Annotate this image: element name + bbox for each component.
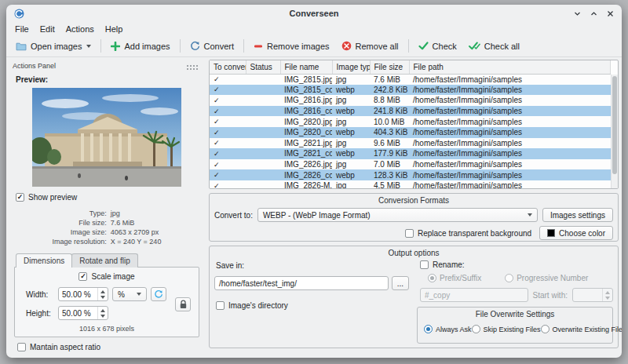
show-preview-checkbox[interactable]: Show preview bbox=[16, 193, 199, 202]
close-button[interactable] bbox=[607, 10, 614, 17]
table-scrollbar[interactable] bbox=[611, 75, 618, 188]
width-spinner[interactable]: 50.00 % bbox=[58, 287, 108, 301]
add-images-button[interactable]: Add images bbox=[105, 38, 175, 54]
row-imagetype: webp bbox=[332, 106, 370, 117]
col-file-path[interactable]: File path bbox=[409, 60, 611, 74]
maximize-button[interactable] bbox=[590, 10, 597, 17]
col-file-name[interactable]: File name bbox=[280, 60, 332, 74]
toolbar: Open images Add images Convert Remove im… bbox=[6, 35, 622, 57]
info-label: Type: bbox=[53, 209, 107, 217]
radio-checked-icon bbox=[424, 325, 433, 333]
prefix-suffix-radio[interactable]: Prefix/Suffix bbox=[428, 274, 481, 282]
table-row[interactable]: ✓IMG_2826.jpgjpg7.0 MiB/home/faster/Imma… bbox=[210, 159, 611, 170]
info-value: jpg bbox=[111, 209, 162, 217]
row-status bbox=[246, 138, 280, 149]
conversion-formats-group: Conversion Formats Convert to: WEBP - (W… bbox=[209, 193, 619, 242]
menu-file[interactable]: File bbox=[10, 24, 34, 35]
file-table: To convert Status File name Image type F… bbox=[209, 60, 619, 189]
tab-dimensions[interactable]: Dimensions bbox=[16, 253, 72, 268]
skip-existing-radio[interactable]: Skip Existing Files bbox=[472, 325, 541, 333]
row-filepath: /home/faster/Immagini/samples bbox=[409, 180, 611, 189]
table-row[interactable]: ✓IMG_2826_co...webp128.3 KiB/home/faster… bbox=[210, 169, 611, 180]
refresh-icon bbox=[154, 289, 163, 299]
checkbox-unchecked-icon bbox=[420, 260, 429, 269]
row-status bbox=[246, 95, 280, 106]
row-check: ✓ bbox=[210, 74, 246, 85]
image-info: Type: jpg File size: 7.6 MiB Image size:… bbox=[53, 209, 162, 246]
menubar: File Edit Actions Help bbox=[6, 22, 622, 35]
col-to-convert[interactable]: To convert bbox=[210, 60, 246, 74]
progressive-number-radio[interactable]: Progressive Number bbox=[505, 274, 588, 282]
main-area: Actions Panel Preview: bbox=[6, 57, 622, 350]
always-ask-radio[interactable]: Always Ask bbox=[424, 325, 472, 333]
spinner-arrows-icon[interactable] bbox=[97, 307, 108, 319]
tab-rotate-flip[interactable]: Rotate and flip bbox=[71, 253, 138, 268]
info-label: Image resolution: bbox=[53, 238, 107, 246]
replace-background-checkbox[interactable]: Replace transparent background bbox=[405, 229, 531, 238]
spinner-arrows-icon[interactable] bbox=[97, 288, 108, 300]
chevron-down-icon bbox=[528, 213, 532, 217]
table-row[interactable]: ✓IMG_2826-M...jpg4.5 MiB/home/faster/Imm… bbox=[210, 180, 611, 189]
rename-checkbox[interactable]: Rename: bbox=[420, 260, 613, 269]
row-filepath: /home/faster/Immagini/samples bbox=[409, 127, 611, 138]
save-path-input[interactable]: /home/faster/test_img/ bbox=[214, 276, 389, 290]
format-select[interactable]: WEBP - (WebP Image Format) bbox=[257, 208, 538, 222]
scale-image-checkbox[interactable]: Scale image bbox=[20, 272, 194, 281]
row-check: ✓ bbox=[210, 138, 246, 149]
row-filepath: /home/faster/Immagini/samples bbox=[409, 116, 611, 127]
row-filesize: 9.6 MiB bbox=[370, 138, 409, 149]
lock-icon bbox=[179, 300, 188, 309]
row-status bbox=[246, 159, 280, 170]
table-row[interactable]: ✓IMG_2820_co...webp404.3 KiB/home/faster… bbox=[210, 127, 611, 138]
result-pixels-label: 1016 x 678 pixels bbox=[20, 325, 194, 333]
titlebar[interactable]: Converseen bbox=[6, 5, 622, 22]
table-row[interactable]: ✓IMG_2820.jpgjpg10.0 MiB/home/faster/Imm… bbox=[210, 116, 611, 127]
row-check: ✓ bbox=[210, 95, 246, 106]
choose-color-button[interactable]: Choose color bbox=[539, 226, 613, 240]
browse-button[interactable]: ... bbox=[392, 276, 409, 290]
refresh-button[interactable] bbox=[151, 287, 166, 301]
row-imagetype: webp bbox=[332, 148, 370, 159]
check-all-icon bbox=[469, 42, 480, 50]
open-images-button[interactable]: Open images bbox=[10, 38, 97, 54]
check-button[interactable]: Check bbox=[413, 38, 462, 54]
images-directory-checkbox[interactable]: Image's directory bbox=[216, 301, 409, 310]
convert-button[interactable]: Convert bbox=[184, 38, 240, 54]
row-filename: IMG_2815_co... bbox=[280, 85, 332, 96]
dropdown-arrow-icon bbox=[86, 45, 91, 48]
table-row[interactable]: ✓IMG_2821.jpgjpg9.6 MiB/home/faster/Imma… bbox=[210, 138, 611, 149]
col-image-type[interactable]: Image type bbox=[332, 60, 370, 74]
menu-actions[interactable]: Actions bbox=[61, 24, 99, 35]
images-settings-button[interactable]: Images settings bbox=[542, 208, 613, 222]
table-row[interactable]: ✓IMG_2815.jpgjpg7.6 MiB/home/faster/Imma… bbox=[210, 74, 611, 85]
info-label: Image size: bbox=[53, 228, 107, 236]
row-filesize: 177.9 KiB bbox=[370, 148, 409, 159]
col-status[interactable]: Status bbox=[246, 60, 280, 74]
overwrite-existing-radio[interactable]: Overwrite Existing Files bbox=[541, 325, 622, 333]
unit-select[interactable]: % bbox=[112, 287, 147, 301]
height-spinner[interactable]: 50.00 % bbox=[58, 306, 108, 320]
actions-panel-header[interactable]: Actions Panel bbox=[9, 60, 204, 71]
info-value: 7.6 MiB bbox=[111, 219, 162, 227]
table-row[interactable]: ✓IMG_2816.jpgjpg8.8 MiB/home/faster/Imma… bbox=[210, 95, 611, 106]
table-row[interactable]: ✓IMG_2815_co...webp242.8 KiB/home/faster… bbox=[210, 85, 611, 96]
lock-aspect-button[interactable] bbox=[175, 297, 191, 311]
remove-all-button[interactable]: Remove all bbox=[336, 38, 404, 54]
chevron-down-icon bbox=[137, 293, 141, 296]
remove-images-button[interactable]: Remove images bbox=[248, 38, 334, 54]
row-imagetype: jpg bbox=[332, 159, 370, 170]
check-all-button[interactable]: Check all bbox=[463, 38, 525, 54]
scrollbar-thumb[interactable] bbox=[612, 76, 617, 174]
check-icon bbox=[418, 42, 429, 50]
menu-edit[interactable]: Edit bbox=[35, 24, 60, 35]
row-filepath: /home/faster/Immagini/samples bbox=[409, 159, 611, 170]
col-file-size[interactable]: File size bbox=[370, 60, 409, 74]
minimize-button[interactable] bbox=[574, 10, 581, 17]
menu-help[interactable]: Help bbox=[100, 24, 128, 35]
table-row[interactable]: ✓IMG_2821_co...webp177.9 KiB/home/faster… bbox=[210, 148, 611, 159]
toolbar-separator bbox=[243, 39, 244, 53]
rename-pattern-input[interactable]: #_copy bbox=[420, 288, 528, 302]
app-icon bbox=[14, 9, 24, 19]
table-row[interactable]: ✓IMG_2816_co...webp241.8 KiB/home/faster… bbox=[210, 106, 611, 117]
start-with-spinner[interactable] bbox=[572, 288, 613, 302]
